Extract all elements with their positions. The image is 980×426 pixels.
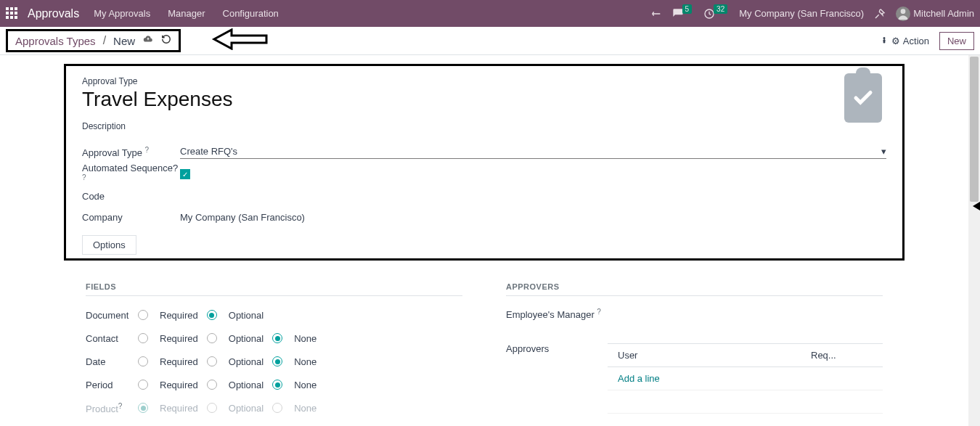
approvers-label: Approvers xyxy=(506,343,608,354)
nav-manager[interactable]: Manager xyxy=(168,8,205,19)
radio-label: Optional xyxy=(229,380,264,390)
field-row-quantity: QuantityRequiredOptionalNone xyxy=(86,419,462,426)
activities-icon[interactable]: 32 xyxy=(703,8,729,20)
radio-required[interactable] xyxy=(138,333,148,343)
activities-badge: 32 xyxy=(714,4,727,14)
radio-optional xyxy=(207,403,217,413)
radio-label: Required xyxy=(160,356,198,367)
app-brand: Approvals xyxy=(28,7,79,20)
scroll-indicator-icon xyxy=(973,202,980,210)
field-row-period: PeriodRequiredOptionalNone xyxy=(86,373,462,396)
home-icon[interactable] xyxy=(650,8,662,20)
emp-manager-label: Employee's Manager ? xyxy=(506,308,601,320)
discard-icon[interactable] xyxy=(161,34,171,47)
field-label: Contact xyxy=(86,333,138,344)
radio-label: Optional xyxy=(229,356,264,367)
radio-required xyxy=(138,403,148,413)
field-label: Date xyxy=(86,356,138,367)
action-dropdown[interactable]: ⚙Action xyxy=(880,36,929,46)
chevron-down-icon: ▾ xyxy=(881,146,886,157)
automated-seq-checkbox[interactable]: ✓ xyxy=(180,169,190,179)
table-row xyxy=(608,390,883,414)
nav-configuration[interactable]: Configuration xyxy=(223,8,279,19)
svg-point-2 xyxy=(883,40,885,42)
apps-icon[interactable] xyxy=(6,7,19,20)
tab-options[interactable]: Options xyxy=(82,235,136,255)
radio-none[interactable] xyxy=(272,356,282,366)
breadcrumb: Approvals Types / New xyxy=(6,29,181,52)
company-label: Company xyxy=(82,212,180,223)
field-label: Product? xyxy=(86,402,138,414)
save-cloud-icon[interactable] xyxy=(142,34,154,47)
radio-required[interactable] xyxy=(138,356,148,366)
radio-none[interactable] xyxy=(272,333,282,343)
radio-required[interactable] xyxy=(138,380,148,390)
messages-badge: 5 xyxy=(682,4,693,14)
approval-type-value: Create RFQ's xyxy=(180,146,237,157)
radio-label: Required xyxy=(160,403,198,414)
automated-seq-label: Automated Sequence? ? xyxy=(82,163,180,186)
header-label: Approval Type xyxy=(82,76,886,86)
radio-optional[interactable] xyxy=(207,380,217,390)
col-req: Req... xyxy=(811,350,836,361)
approval-type-select[interactable]: Create RFQ's ▾ xyxy=(180,146,886,159)
radio-none[interactable] xyxy=(272,380,282,390)
breadcrumb-current: New xyxy=(113,35,135,47)
radio-label: Optional xyxy=(229,333,264,344)
field-label: Document xyxy=(86,310,138,321)
new-button[interactable]: New xyxy=(939,32,974,50)
add-line-button[interactable]: Add a line xyxy=(608,367,883,390)
field-row-contact: ContactRequiredOptionalNone xyxy=(86,327,462,350)
annotation-arrow-icon xyxy=(210,28,268,53)
radio-label: Required xyxy=(160,310,198,321)
radio-label: None xyxy=(294,333,317,344)
code-label: Code xyxy=(82,191,180,202)
field-label: Period xyxy=(86,380,138,390)
debug-icon[interactable] xyxy=(874,8,886,20)
avatar-icon xyxy=(896,7,910,21)
field-row-product: Product?RequiredOptionalNone xyxy=(86,396,462,419)
radio-label: Optional xyxy=(229,310,264,321)
approvers-section-title: APPROVERS xyxy=(506,282,883,296)
company-switcher[interactable]: My Company (San Francisco) xyxy=(739,8,864,19)
radio-none xyxy=(272,403,282,413)
company-value[interactable]: My Company (San Francisco) xyxy=(180,212,886,223)
messages-icon[interactable]: 5 xyxy=(672,8,694,20)
description-label: Description xyxy=(82,121,886,131)
form-highlight: Approval Type Travel Expenses Descriptio… xyxy=(64,64,905,261)
user-menu[interactable]: Mitchell Admin xyxy=(896,7,974,21)
action-label: Action xyxy=(903,36,929,46)
approval-type-label: Approval Type ? xyxy=(82,146,180,158)
scrollbar[interactable] xyxy=(968,55,980,426)
field-row-document: DocumentRequiredOptional xyxy=(86,303,462,327)
radio-optional[interactable] xyxy=(207,333,217,343)
record-title[interactable]: Travel Expenses xyxy=(82,88,886,111)
user-name: Mitchell Admin xyxy=(913,8,974,19)
radio-label: None xyxy=(294,356,317,367)
radio-label: None xyxy=(294,403,317,414)
svg-point-1 xyxy=(901,9,906,14)
breadcrumb-root[interactable]: Approvals Types xyxy=(15,35,96,47)
breadcrumb-sep: / xyxy=(103,34,106,47)
radio-required[interactable] xyxy=(138,310,148,320)
radio-label: Required xyxy=(160,333,198,344)
fields-section-title: FIELDS xyxy=(86,282,462,296)
radio-optional[interactable] xyxy=(207,356,217,366)
clipboard-icon[interactable] xyxy=(844,73,882,123)
field-row-date: DateRequiredOptionalNone xyxy=(86,350,462,373)
radio-label: None xyxy=(294,380,317,390)
gear-icon: ⚙ xyxy=(891,36,900,46)
nav-my-approvals[interactable]: My Approvals xyxy=(94,8,150,19)
radio-label: Required xyxy=(160,380,198,390)
radio-label: Optional xyxy=(229,403,264,414)
radio-optional[interactable] xyxy=(207,310,217,320)
col-user: User xyxy=(608,350,811,361)
